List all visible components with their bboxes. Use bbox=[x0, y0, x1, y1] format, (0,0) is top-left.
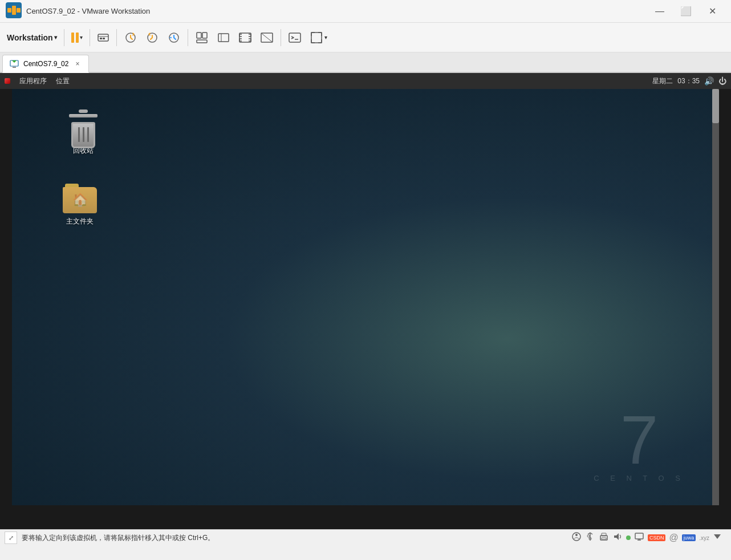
svg-rect-7 bbox=[103, 38, 105, 39]
close-button[interactable]: ✕ bbox=[699, 2, 725, 21]
csdn-badge: CSDN bbox=[648, 534, 666, 541]
vm-display[interactable]: 应用程序 位置 星期二 03：35 🔊 ⏻ bbox=[0, 73, 731, 529]
centos-version-number: 7 bbox=[594, 405, 685, 474]
main-area: 应用程序 位置 星期二 03：35 🔊 ⏻ bbox=[0, 73, 731, 560]
toolbar-separator-1 bbox=[64, 29, 64, 46]
svg-rect-1 bbox=[7, 8, 11, 13]
snapshot-take-icon bbox=[124, 31, 137, 44]
svg-marker-25 bbox=[12, 60, 17, 63]
snapshot-revert-icon bbox=[145, 31, 159, 44]
svg-rect-2 bbox=[12, 6, 16, 15]
svg-rect-14 bbox=[197, 40, 207, 43]
svg-marker-36 bbox=[614, 533, 619, 540]
vm-scrollbar[interactable] bbox=[712, 89, 719, 505]
window-title: CentOS7.9_02 - VMware Workstation bbox=[26, 7, 647, 15]
workstation-menu-button[interactable]: Workstation ▾ bbox=[3, 27, 60, 48]
vm-tab[interactable]: CentOS7.9_02 × bbox=[2, 55, 89, 73]
guest-clock: 星期二 03：35 🔊 ⏻ bbox=[652, 76, 726, 86]
terminal-button[interactable] bbox=[285, 27, 305, 48]
status-screen-icon[interactable] bbox=[634, 531, 644, 544]
ctrl-alt-del-icon bbox=[97, 31, 109, 44]
status-printer-icon[interactable] bbox=[599, 531, 609, 544]
svg-rect-13 bbox=[202, 33, 207, 38]
guest-places-menu[interactable]: 位置 bbox=[56, 76, 70, 86]
view-unity-button[interactable] bbox=[192, 27, 212, 48]
pause-button[interactable]: ▾ bbox=[68, 27, 86, 48]
svg-marker-40 bbox=[714, 534, 721, 539]
home-folder-label: 主文件夹 bbox=[66, 217, 94, 226]
tab-vm-icon bbox=[10, 59, 19, 68]
status-green-dot bbox=[626, 535, 631, 540]
send-ctrl-alt-del-button[interactable] bbox=[94, 27, 113, 48]
centos-watermark: 7 C E N T O S bbox=[594, 405, 685, 482]
snapshot-revert-button[interactable] bbox=[142, 27, 163, 48]
toolbar: Workstation ▾ ▾ bbox=[0, 23, 731, 52]
vmware-logo-icon bbox=[6, 2, 22, 21]
xyz-text: .xyz bbox=[699, 535, 709, 541]
guest-apps-menu[interactable]: 应用程序 bbox=[19, 76, 47, 86]
svg-rect-35 bbox=[602, 538, 606, 539]
view-no-stretch-icon bbox=[260, 31, 274, 44]
toolbar-separator-2 bbox=[90, 29, 90, 46]
tab-label: CentOS7.9_02 bbox=[23, 60, 68, 68]
home-folder-icon[interactable]: 🏠 主文件夹 bbox=[54, 180, 105, 230]
tab-bar: CentOS7.9_02 × bbox=[0, 52, 731, 73]
status-expand-icon[interactable] bbox=[713, 532, 722, 543]
snapshot-manager-button[interactable] bbox=[164, 27, 184, 48]
resize-icon: ⤢ bbox=[9, 534, 14, 542]
status-icons: CSDN @ juwa .xyz bbox=[571, 531, 726, 544]
svg-rect-22 bbox=[311, 33, 322, 43]
pause-icon bbox=[71, 33, 79, 43]
view-stretch-button[interactable] bbox=[213, 27, 234, 48]
svg-line-19 bbox=[261, 33, 273, 42]
juwa-badge: juwa bbox=[682, 534, 696, 541]
vm-viewport[interactable]: 回收站 🏠 主文件夹 7 C E N T O S bbox=[12, 89, 719, 505]
view-no-stretch-button[interactable] bbox=[257, 27, 277, 48]
svg-rect-6 bbox=[100, 38, 102, 39]
status-network-icon[interactable] bbox=[571, 531, 582, 544]
status-usb-icon[interactable] bbox=[585, 531, 595, 544]
window-controls: — ⬜ ✕ bbox=[647, 2, 725, 21]
fit-guest-dropdown: ▾ bbox=[324, 34, 327, 40]
fit-guest-button[interactable]: ▾ bbox=[306, 27, 331, 48]
separator-dot: @ bbox=[669, 533, 678, 543]
svg-rect-37 bbox=[635, 533, 643, 539]
view-fullscreen-icon bbox=[238, 31, 252, 44]
workstation-dropdown-arrow: ▾ bbox=[54, 34, 57, 40]
toolbar-separator-4 bbox=[188, 29, 188, 46]
fit-guest-icon bbox=[310, 31, 323, 44]
maximize-button[interactable]: ⬜ bbox=[673, 2, 699, 21]
title-bar: CentOS7.9_02 - VMware Workstation — ⬜ ✕ bbox=[0, 0, 731, 23]
recycle-bin-icon[interactable]: 回收站 bbox=[58, 106, 109, 159]
vm-scrollbar-thumb[interactable] bbox=[712, 89, 719, 123]
tab-close-button[interactable]: × bbox=[73, 59, 82, 69]
gnome-apps-icon bbox=[5, 78, 10, 84]
snapshot-manager-icon bbox=[167, 31, 181, 44]
view-unity-icon bbox=[195, 31, 209, 44]
vm-area: 应用程序 位置 星期二 03：35 🔊 ⏻ bbox=[0, 73, 731, 529]
view-stretch-icon bbox=[217, 31, 230, 44]
guest-day: 星期二 bbox=[652, 76, 673, 86]
workstation-label: Workstation bbox=[7, 33, 53, 42]
guest-volume-icon[interactable]: 🔊 bbox=[704, 76, 714, 86]
home-folder-image: 🏠 bbox=[63, 184, 97, 213]
svg-point-27 bbox=[575, 534, 578, 536]
status-message: 要将输入定向到该虚拟机，请将鼠标指针移入其中或按 Ctrl+G。 bbox=[17, 533, 571, 543]
toolbar-separator-5 bbox=[281, 29, 281, 46]
guest-power-icon[interactable]: ⏻ bbox=[718, 76, 726, 86]
svg-rect-15 bbox=[218, 34, 229, 42]
minimize-button[interactable]: — bbox=[647, 2, 673, 21]
guest-toolbar: 应用程序 位置 星期二 03：35 🔊 ⏻ bbox=[0, 73, 731, 89]
terminal-icon bbox=[288, 31, 302, 44]
toolbar-separator-3 bbox=[116, 29, 117, 46]
status-volume-icon[interactable] bbox=[612, 531, 623, 544]
snapshot-take-button[interactable] bbox=[120, 27, 141, 48]
centos-brand-text: C E N T O S bbox=[594, 474, 685, 482]
view-fullscreen-button[interactable] bbox=[235, 27, 255, 48]
status-top-row: ⤢ 要将输入定向到该虚拟机，请将鼠标指针移入其中或按 Ctrl+G。 bbox=[0, 530, 731, 546]
recycle-bin-image bbox=[68, 109, 98, 143]
svg-rect-24 bbox=[13, 67, 16, 68]
svg-point-31 bbox=[587, 535, 590, 537]
pause-dropdown-arrow: ▾ bbox=[80, 34, 83, 40]
status-resize-button[interactable]: ⤢ bbox=[5, 531, 17, 544]
